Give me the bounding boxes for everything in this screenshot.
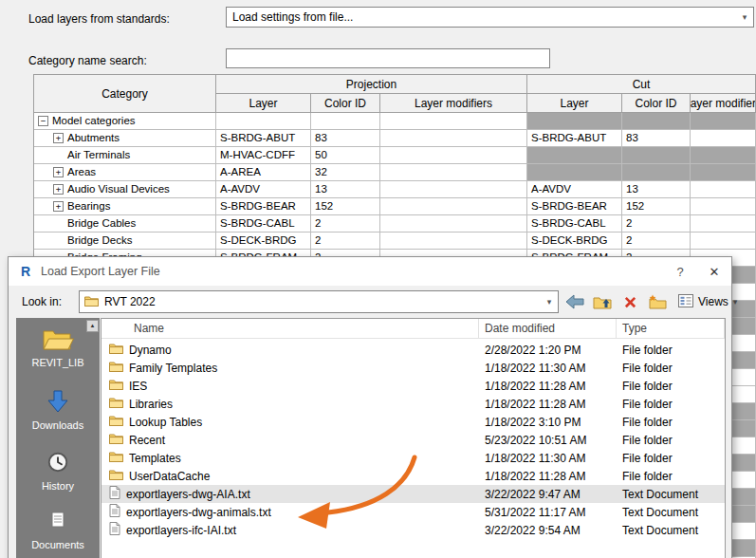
projection-layer-cell[interactable]: A-AREA <box>216 164 311 181</box>
projection-colorid-cell[interactable]: 2 <box>311 232 380 250</box>
file-row[interactable]: Recent5/23/2022 10:51 AMFile folder <box>101 431 725 449</box>
cut-layer-cell[interactable] <box>527 113 622 130</box>
category-cell[interactable]: +Areas <box>34 164 216 181</box>
tree-collapse-icon[interactable]: − <box>38 116 48 126</box>
standards-dropdown[interactable]: Load settings from file... ▾ <box>226 7 754 28</box>
cut-modifiers-cell[interactable] <box>691 130 756 147</box>
file-row[interactable]: Templates1/18/2022 11:30 AMFile folder <box>101 449 725 467</box>
file-row[interactable]: UserDataCache1/18/2022 11:28 AMFile fold… <box>101 467 725 485</box>
chevron-down-icon[interactable]: ▾ <box>736 12 753 22</box>
cut-layer-cell[interactable]: S-BRDG-ABUT <box>527 130 622 147</box>
cut-modifiers-cell[interactable] <box>691 215 756 232</box>
cut-layer-cell[interactable]: A-AVDV <box>527 181 622 198</box>
folder-icon <box>109 451 123 465</box>
cut-layer-cell[interactable] <box>527 147 622 164</box>
projection-colorid-cell[interactable]: 152 <box>311 198 380 215</box>
file-row[interactable]: Libraries1/18/2022 11:28 AMFile folder <box>101 395 725 413</box>
projection-colorid-cell[interactable]: 50 <box>311 147 380 164</box>
column-header-cut-layer: Layer <box>527 94 622 113</box>
cut-colorid-cell[interactable]: 2 <box>622 232 691 250</box>
projection-modifiers-cell[interactable] <box>380 147 527 164</box>
dialog-title-bar[interactable]: R Load Export Layer File ? ✕ <box>9 257 731 286</box>
cut-modifiers-cell[interactable] <box>691 181 756 198</box>
cut-modifiers-cell[interactable] <box>691 232 756 250</box>
cut-layer-cell[interactable] <box>527 164 622 181</box>
projection-colorid-cell[interactable]: 13 <box>311 181 380 198</box>
file-row[interactable]: Lookup Tables1/18/2022 3:10 PMFile folde… <box>101 413 725 431</box>
file-row[interactable]: exportlayers-dwg-animals.txt5/31/2022 11… <box>101 503 725 521</box>
file-row[interactable]: exportlayers-dwg-AIA.txt3/22/2022 9:47 A… <box>101 485 725 503</box>
dialog-body: ▲ REVIT_LIBDownloadsHistoryDocuments Nam… <box>16 318 726 558</box>
cut-layer-cell[interactable]: S-DECK-BRDG <box>527 232 622 250</box>
projection-colorid-cell[interactable]: 2 <box>311 215 380 232</box>
projection-modifiers-cell[interactable] <box>380 181 527 198</box>
projection-modifiers-cell[interactable] <box>380 198 527 215</box>
column-header-type[interactable]: Type <box>617 319 725 338</box>
projection-layer-cell[interactable]: S-BRDG-ABUT <box>216 130 311 147</box>
tree-expand-icon[interactable]: + <box>53 133 64 143</box>
category-cell[interactable]: Bridge Decks <box>34 232 216 250</box>
file-row[interactable]: exportlayers-ifc-IAI.txt3/22/2022 9:54 A… <box>101 521 725 539</box>
projection-layer-cell[interactable]: S-DECK-BRDG <box>216 232 311 250</box>
projection-layer-cell[interactable]: S-BRDG-CABL <box>216 215 311 232</box>
cut-colorid-cell[interactable]: 152 <box>622 198 691 215</box>
cut-colorid-cell[interactable] <box>622 113 691 130</box>
back-icon[interactable] <box>563 290 586 313</box>
file-row[interactable]: Family Templates1/18/2022 11:30 AMFile f… <box>101 359 725 377</box>
category-cell[interactable]: Bridge Cables <box>34 215 216 232</box>
cut-colorid-cell[interactable]: 13 <box>622 181 691 198</box>
projection-modifiers-cell[interactable] <box>380 130 527 147</box>
cut-colorid-cell[interactable]: 83 <box>622 130 691 147</box>
place-item-history[interactable]: History <box>16 447 100 492</box>
text-file-icon <box>109 504 120 520</box>
tree-expand-icon[interactable]: + <box>53 201 64 212</box>
close-icon[interactable]: ✕ <box>697 257 731 286</box>
projection-modifiers-cell[interactable] <box>380 232 527 250</box>
cut-layer-cell[interactable]: S-BRDG-CABL <box>527 215 622 232</box>
category-cell[interactable]: Air Terminals <box>34 147 216 164</box>
category-cell[interactable]: +Audio Visual Devices <box>34 181 216 198</box>
delete-icon[interactable] <box>618 290 641 313</box>
category-cell[interactable]: +Bearings <box>34 198 216 215</box>
projection-colorid-cell[interactable]: 32 <box>311 164 380 181</box>
category-label: Abutments <box>67 130 120 146</box>
up-one-level-icon[interactable] <box>591 290 614 313</box>
views-dropdown-button[interactable]: Views ▾ <box>678 294 737 310</box>
file-row[interactable]: IES1/18/2022 11:28 AMFile folder <box>101 377 725 395</box>
cut-colorid-cell[interactable]: 2 <box>622 215 691 232</box>
cut-modifiers-cell[interactable] <box>691 164 756 181</box>
projection-modifiers-cell[interactable] <box>380 164 527 181</box>
projection-layer-cell[interactable]: S-BRDG-BEAR <box>216 198 311 215</box>
projection-colorid-cell[interactable] <box>311 113 380 130</box>
projection-layer-cell[interactable]: M-HVAC-CDFF <box>216 147 311 164</box>
cut-modifiers-cell[interactable] <box>691 113 756 130</box>
projection-layer-cell[interactable]: A-AVDV <box>216 181 311 198</box>
projection-layer-cell[interactable] <box>216 113 311 130</box>
column-header-category[interactable]: Category <box>34 75 216 113</box>
projection-modifiers-cell[interactable] <box>380 113 527 130</box>
projection-modifiers-cell[interactable] <box>380 215 527 232</box>
file-row[interactable]: Dynamo2/28/2022 1:20 PMFile folder <box>101 341 725 359</box>
category-cell[interactable]: −Model categories <box>34 113 216 130</box>
category-search-input[interactable] <box>226 48 550 68</box>
tree-expand-icon[interactable]: + <box>53 167 64 177</box>
cut-colorid-cell[interactable] <box>622 164 691 181</box>
file-type: Text Document <box>617 524 725 537</box>
look-in-dropdown[interactable]: RVT 2022 ▾ <box>79 290 559 313</box>
place-item-revit_lib[interactable]: REVIT_LIB <box>16 324 100 368</box>
chevron-down-icon[interactable]: ▾ <box>541 297 558 307</box>
cut-layer-cell[interactable]: S-BRDG-BEAR <box>527 198 622 215</box>
help-button[interactable]: ? <box>663 257 697 286</box>
category-cell[interactable]: +Abutments <box>34 130 216 147</box>
place-item-documents[interactable]: Documents <box>16 506 100 550</box>
file-name: UserDataCache <box>129 470 210 483</box>
cut-modifiers-cell[interactable] <box>691 198 756 215</box>
column-header-name[interactable]: Name <box>101 319 479 338</box>
column-header-date-modified[interactable]: Date modified <box>479 319 617 338</box>
projection-colorid-cell[interactable]: 83 <box>311 130 380 147</box>
cut-modifiers-cell[interactable] <box>691 147 756 164</box>
tree-expand-icon[interactable]: + <box>53 184 64 195</box>
place-item-downloads[interactable]: Downloads <box>16 386 100 431</box>
new-folder-icon[interactable] <box>646 290 669 313</box>
cut-colorid-cell[interactable] <box>622 147 691 164</box>
